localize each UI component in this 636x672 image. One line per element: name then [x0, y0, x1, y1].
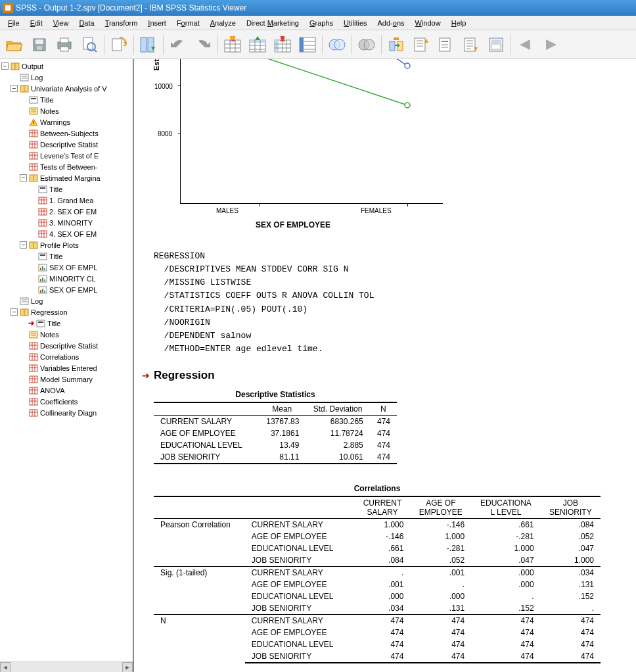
outline-item[interactable]: SEX OF EMPL — [1, 284, 131, 295]
outline-item[interactable]: Log — [1, 72, 131, 83]
outline-item[interactable]: Collinearity Diagn — [1, 407, 131, 418]
run-script-button[interactable] — [484, 33, 508, 57]
print-preview-button[interactable] — [78, 33, 101, 57]
outline-item[interactable]: −Regression — [1, 306, 131, 318]
outline-item[interactable]: ➔Title — [1, 318, 131, 329]
undo-button[interactable] — [166, 33, 190, 57]
expand-toggle-icon[interactable]: − — [20, 174, 27, 181]
menu-insert[interactable]: Insert — [143, 18, 171, 28]
outline-item[interactable]: MINORITY CL — [1, 273, 131, 284]
outline-item[interactable]: Descriptive Statist — [1, 340, 131, 351]
outline-item[interactable]: −Univariate Analysis of V — [1, 83, 131, 94]
svg-rect-73 — [20, 74, 28, 81]
row-label: CURRENT SALARY — [245, 519, 355, 531]
goto-variable-button[interactable] — [271, 33, 294, 57]
menu-transform[interactable]: Transform — [100, 18, 143, 28]
outline-pane[interactable]: −OutputLog−Univariate Analysis of VTitle… — [0, 59, 134, 672]
expand-toggle-icon[interactable]: − — [20, 241, 27, 249]
outline-item-label: Title — [40, 96, 53, 104]
outline-item[interactable]: 3. MINORITY — [1, 217, 131, 228]
outline-item[interactable]: Title — [1, 183, 131, 195]
outline-item-label: SEX OF EMPL — [49, 264, 97, 272]
outline-item[interactable]: Tests of Between- — [1, 161, 131, 172]
outline-item[interactable]: 1. Grand Mea — [1, 195, 131, 206]
row-label: AGE OF EMPLOYEE — [245, 627, 355, 638]
menu-graphs[interactable]: Graphs — [304, 18, 338, 28]
outline-item[interactable]: Between-Subjects — [1, 128, 131, 139]
outline-tree[interactable]: −OutputLog−Univariate Analysis of VTitle… — [0, 59, 133, 420]
variables-button[interactable] — [296, 33, 319, 57]
correlations-table[interactable]: Correlations CURRENTSALARY AGE OFEMPLOYE… — [154, 484, 601, 663]
menu-edit[interactable]: Edit — [25, 18, 48, 28]
scroll-left-button[interactable]: ◄ — [0, 662, 11, 672]
cell: .047 — [471, 554, 540, 567]
redo-button[interactable] — [191, 33, 215, 57]
menu-addons[interactable]: Add-ons — [373, 18, 410, 28]
profile-plot-chart[interactable]: Est 10000 8000 — [147, 59, 476, 237]
menu-analyze[interactable]: Analyze — [205, 18, 241, 28]
outline-item[interactable]: Correlations — [1, 351, 131, 362]
descriptive-statistics-table[interactable]: Descriptive Statistics Mean Std. Deviati… — [154, 390, 397, 464]
insert-title-button[interactable] — [434, 33, 458, 57]
outline-item[interactable]: Warnings — [1, 116, 131, 128]
open-button[interactable] — [3, 33, 26, 57]
menu-help[interactable]: Help — [446, 18, 472, 28]
insert-text-button[interactable] — [459, 33, 483, 57]
outline-item-icon — [28, 129, 39, 138]
row-label: CURRENT SALARY — [154, 416, 258, 428]
scroll-right-button[interactable]: ► — [122, 662, 133, 672]
menu-view[interactable]: View — [48, 18, 74, 28]
expand-toggle-icon[interactable]: − — [11, 308, 18, 316]
goto-data-button[interactable] — [221, 33, 244, 57]
menu-utilities[interactable]: Utilities — [338, 18, 372, 28]
expand-toggle-icon[interactable]: − — [11, 85, 18, 92]
svg-rect-163 — [30, 387, 37, 394]
cell: . — [541, 602, 601, 615]
menu-data[interactable]: Data — [74, 18, 99, 28]
nav-back-button[interactable] — [514, 33, 537, 57]
outline-item[interactable]: SEX OF EMPL — [1, 262, 131, 273]
svg-rect-109 — [39, 208, 47, 215]
syntax-log[interactable]: REGRESSION /DESCRIPTIVES MEAN STDDEV COR… — [154, 250, 636, 356]
print-button[interactable] — [53, 33, 76, 57]
recall-dialog-button[interactable] — [137, 33, 160, 57]
content-pane[interactable]: Est 10000 8000 — [134, 59, 636, 672]
show-hidden-button[interactable] — [355, 33, 378, 57]
outline-hscroll[interactable]: ◄ ► — [0, 661, 133, 672]
outline-item[interactable]: Model Summary — [1, 373, 131, 385]
toolbar — [0, 30, 636, 59]
outline-item[interactable]: 4. SEX OF EM — [1, 228, 131, 239]
menu-direct-marketing[interactable]: Direct Marketing — [241, 18, 304, 28]
outline-item[interactable]: −Output — [1, 60, 131, 72]
select-last-button[interactable] — [325, 33, 349, 57]
outline-item[interactable]: Descriptive Statist — [1, 139, 131, 150]
outline-item[interactable]: Title — [1, 251, 131, 262]
outline-item[interactable]: Notes — [1, 329, 131, 340]
insert-heading-button[interactable] — [409, 33, 433, 57]
export-button[interactable] — [107, 33, 131, 57]
goto-case-button[interactable] — [246, 33, 269, 57]
nav-forward-button[interactable] — [539, 33, 562, 57]
menu-format[interactable]: Format — [171, 18, 205, 28]
outline-item[interactable]: −Estimated Margina — [1, 172, 131, 183]
outline-item[interactable]: Notes — [1, 105, 131, 116]
outline-item[interactable]: 2. SEX OF EM — [1, 206, 131, 217]
outline-item[interactable]: Levene's Test of E — [1, 150, 131, 161]
outline-item[interactable]: Title — [1, 94, 131, 105]
outline-item-icon — [28, 397, 39, 406]
svg-rect-134 — [40, 290, 41, 293]
outline-item[interactable]: −Profile Plots — [1, 239, 131, 251]
expand-toggle-icon[interactable]: − — [1, 62, 9, 70]
associate-button[interactable] — [384, 33, 408, 57]
menu-file[interactable]: File — [3, 18, 25, 28]
outline-item[interactable]: Variables Entered — [1, 362, 131, 373]
outline-item-label: Coefficients — [40, 398, 78, 406]
svg-rect-167 — [30, 398, 37, 405]
menu-window[interactable]: Window — [410, 18, 446, 28]
outline-item[interactable]: Log — [1, 295, 131, 306]
outline-item-label: Title — [49, 185, 62, 193]
outline-item[interactable]: ANOVA — [1, 385, 131, 396]
outline-item[interactable]: Coefficients — [1, 396, 131, 407]
outline-item-label: SEX OF EMPL — [49, 286, 97, 294]
save-button[interactable] — [28, 33, 51, 57]
